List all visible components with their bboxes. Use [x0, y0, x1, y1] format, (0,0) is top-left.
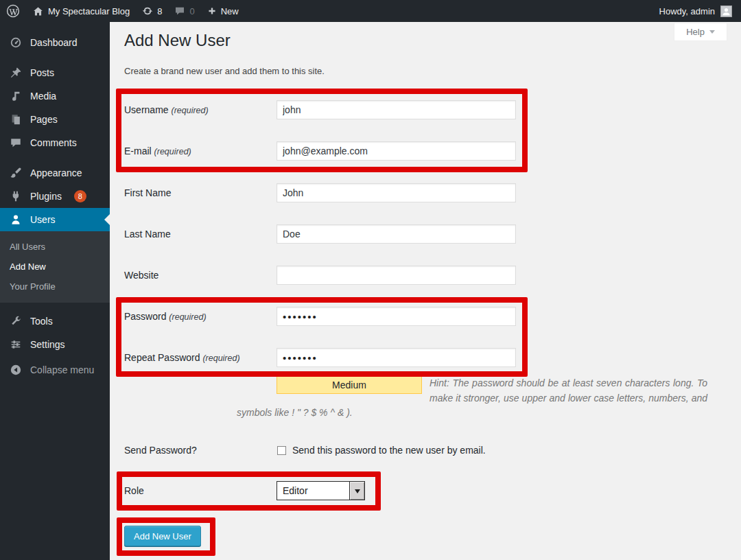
- wordpress-logo-icon: [6, 4, 20, 18]
- collapse-arrow-icon: [9, 364, 23, 376]
- collapse-menu-label: Collapse menu: [30, 364, 94, 375]
- sidebar-item-plugins[interactable]: Plugins 8: [0, 185, 110, 208]
- username-row: Username (required): [124, 100, 727, 119]
- password-strength-meter: Medium: [277, 376, 422, 394]
- username-label: Username (required): [124, 100, 277, 119]
- last-name-label: Last Name: [124, 224, 277, 244]
- sliders-icon: [9, 338, 23, 351]
- media-icon: [9, 90, 23, 102]
- email-row: E-mail (required): [124, 141, 727, 161]
- home-icon: [32, 5, 44, 17]
- sidebar-item-media[interactable]: Media: [0, 84, 110, 108]
- first-name-label: First Name: [124, 183, 277, 202]
- page-subtitle: Create a brand new user and add them to …: [124, 66, 325, 76]
- required-label: (required): [154, 147, 191, 156]
- send-password-checkbox[interactable]: [277, 446, 286, 455]
- sidebar-item-pages[interactable]: Pages: [0, 108, 110, 131]
- site-name: My Spectacular Blog: [48, 6, 130, 16]
- select-dropdown-button[interactable]: [349, 482, 364, 500]
- password-strength-section: Medium Hint: The password should be at l…: [237, 376, 707, 421]
- sidebar-item-label: Appearance: [30, 167, 82, 178]
- wordpress-logo-menu[interactable]: [0, 0, 26, 22]
- sidebar-item-label: Pages: [30, 114, 58, 125]
- sidebar-item-users[interactable]: Users: [0, 208, 110, 231]
- username-input[interactable]: [277, 100, 516, 119]
- comments-menu[interactable]: 0: [168, 0, 200, 22]
- password-label: Password (required): [124, 307, 277, 326]
- send-password-row: Send Password? Send this password to the…: [124, 443, 727, 456]
- sidebar-item-tools[interactable]: Tools: [0, 310, 110, 333]
- menu-separator: [0, 54, 110, 61]
- sidebar-item-label: Media: [30, 91, 56, 102]
- password-input[interactable]: [277, 307, 516, 326]
- add-new-user-button[interactable]: Add New User: [124, 526, 201, 546]
- website-label: Website: [124, 266, 277, 285]
- sidebar-item-settings[interactable]: Settings: [0, 333, 110, 356]
- comment-bubble-icon: [174, 5, 185, 16]
- wrench-icon: [9, 315, 23, 327]
- sidebar-item-label: Comments: [30, 137, 77, 148]
- site-name-menu[interactable]: My Spectacular Blog: [26, 0, 136, 22]
- admin-bar: My Spectacular Blog 8 0 New Howdy, admin: [0, 0, 741, 22]
- first-name-row: First Name: [124, 183, 727, 202]
- last-name-input[interactable]: [277, 224, 516, 244]
- sidebar-item-label: Tools: [30, 316, 53, 327]
- users-submenu: All Users Add New Your Profile: [0, 231, 110, 303]
- repeat-password-input[interactable]: [277, 348, 516, 367]
- howdy-text: Howdy, admin: [659, 6, 715, 16]
- repeat-password-label: Repeat Password (required): [124, 348, 277, 367]
- password-row: Password (required): [124, 307, 727, 326]
- role-label: Role: [124, 481, 277, 500]
- sidebar-item-posts[interactable]: Posts: [0, 61, 110, 84]
- plugins-update-badge: 8: [74, 190, 86, 202]
- sidebar-item-appearance[interactable]: Appearance: [0, 161, 110, 185]
- first-name-input[interactable]: [277, 183, 516, 202]
- sidebar-item-comments[interactable]: Comments: [0, 131, 110, 154]
- help-button[interactable]: Help: [674, 23, 727, 41]
- send-password-label: Send Password?: [124, 443, 277, 456]
- sidebar-item-label: Settings: [30, 339, 65, 350]
- submenu-item-all-users[interactable]: All Users: [0, 237, 110, 257]
- website-input[interactable]: [277, 266, 516, 285]
- chevron-down-icon: [355, 489, 360, 496]
- role-row: Role Editor: [124, 481, 727, 500]
- send-password-checkbox-label: Send this password to the new user by em…: [292, 443, 486, 456]
- send-password-field: Send this password to the new user by em…: [277, 443, 486, 456]
- submenu-item-add-new[interactable]: Add New: [0, 257, 110, 277]
- updates-icon: [142, 5, 153, 16]
- paintbrush-icon: [9, 167, 23, 179]
- required-label: (required): [171, 106, 208, 115]
- role-selected-value: Editor: [277, 482, 349, 500]
- plus-icon: [207, 6, 217, 16]
- main-content: Help Add New User Create a brand new use…: [110, 22, 741, 560]
- last-name-row: Last Name: [124, 224, 727, 244]
- required-label: (required): [202, 353, 239, 363]
- email-input[interactable]: [277, 141, 516, 161]
- help-label: Help: [686, 27, 705, 37]
- sidebar-item-label: Plugins: [30, 191, 62, 202]
- role-select[interactable]: Editor: [277, 481, 365, 500]
- website-row: Website: [124, 266, 727, 285]
- collapse-menu-button[interactable]: Collapse menu: [0, 358, 110, 382]
- updates-menu[interactable]: 8: [136, 0, 168, 22]
- account-menu[interactable]: Howdy, admin: [659, 5, 741, 17]
- sidebar-item-dashboard[interactable]: Dashboard: [0, 31, 110, 54]
- menu-separator: [0, 303, 110, 310]
- plugin-icon: [9, 190, 23, 202]
- comment-count: 0: [189, 6, 194, 16]
- submenu-item-your-profile[interactable]: Your Profile: [0, 277, 110, 296]
- users-icon: [9, 213, 23, 226]
- email-label: E-mail (required): [124, 141, 277, 161]
- menu-separator: [0, 154, 110, 161]
- pages-icon: [9, 113, 23, 126]
- current-menu-arrow: [99, 214, 110, 225]
- update-count: 8: [157, 6, 162, 16]
- avatar: [720, 5, 732, 17]
- new-content-menu[interactable]: New: [201, 0, 245, 22]
- sidebar-item-label: Posts: [30, 67, 54, 78]
- repeat-password-row: Repeat Password (required): [124, 348, 727, 367]
- sidebar-item-label: Users: [30, 214, 56, 225]
- required-label: (required): [169, 312, 206, 322]
- new-label: New: [221, 6, 239, 16]
- dashboard-icon: [9, 36, 23, 49]
